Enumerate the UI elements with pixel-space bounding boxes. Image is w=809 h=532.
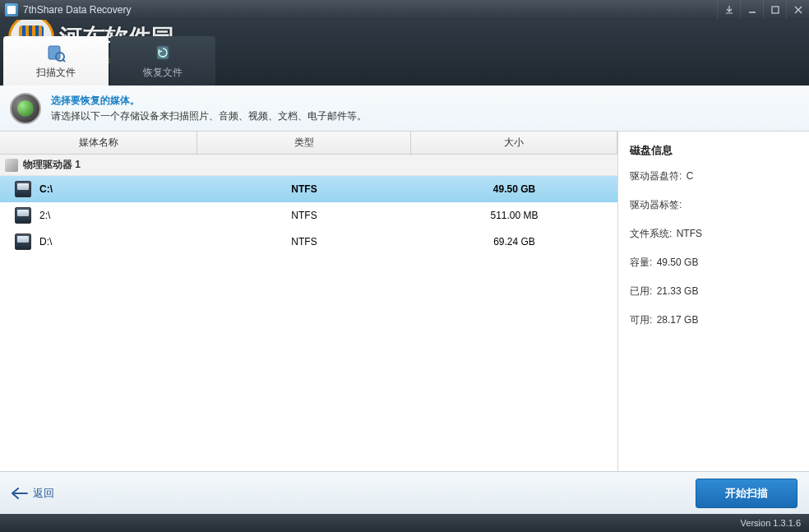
disk-info-heading: 磁盘信息 <box>630 143 797 158</box>
maximize-button[interactable] <box>763 0 786 20</box>
close-button[interactable] <box>786 0 809 20</box>
drive-size: 511.00 MB <box>411 210 617 221</box>
disk-label-row: 驱动器标签: <box>630 198 797 212</box>
info-desc: 请选择以下一个存储设备来扫描照片、音频、视频、文档、电子邮件等。 <box>51 109 367 123</box>
drive-group-row: 物理驱动器 1 <box>0 155 617 176</box>
info-strip: 选择要恢复的媒体。 请选择以下一个存储设备来扫描照片、音频、视频、文档、电子邮件… <box>0 86 809 132</box>
tab-scan[interactable]: 扫描文件 <box>3 36 109 86</box>
svg-rect-0 <box>772 7 779 13</box>
drive-group-label: 物理驱动器 1 <box>23 158 81 172</box>
download-button[interactable] <box>717 0 740 20</box>
disk-capacity-row: 容量: 49.50 GB <box>630 256 797 270</box>
drive-size: 49.50 GB <box>411 183 617 195</box>
drive-name: C:\ <box>39 183 53 195</box>
tab-scan-label: 扫描文件 <box>36 66 76 80</box>
drive-row[interactable]: D:\NTFS69.24 GB <box>0 229 617 255</box>
drive-row[interactable]: 2:\NTFS511.00 MB <box>0 202 617 229</box>
app-icon <box>5 3 18 16</box>
scan-files-icon <box>46 43 66 62</box>
start-scan-label: 开始扫描 <box>725 486 768 501</box>
drive-list-panel: 媒体名称 类型 大小 物理驱动器 1 C:\NTFS49.50 GB2:\NTF… <box>0 132 618 471</box>
titlebar: 7thShare Data Recovery <box>0 0 809 20</box>
col-header-type[interactable]: 类型 <box>197 132 411 154</box>
drive-icon <box>15 207 31 224</box>
drive-type: NTFS <box>197 236 411 247</box>
version-label: Version 1.3.1.6 <box>741 518 801 528</box>
statusbar: Version 1.3.1.6 <box>0 514 809 532</box>
back-arrow-icon <box>12 488 28 499</box>
list-header: 媒体名称 类型 大小 <box>0 132 617 155</box>
disk-info-panel: 磁盘信息 驱动器盘符: C 驱动器标签: 文件系统: NTFS 容量: 49.5… <box>618 132 809 471</box>
footer: 返回 开始扫描 <box>0 471 809 514</box>
disk-fs-row: 文件系统: NTFS <box>630 227 797 241</box>
disk-used-row: 已用: 21.33 GB <box>630 285 797 298</box>
main-area: 媒体名称 类型 大小 物理驱动器 1 C:\NTFS49.50 GB2:\NTF… <box>0 132 809 471</box>
drive-icon <box>15 181 31 197</box>
drive-name: D:\ <box>39 236 52 247</box>
minimize-button[interactable] <box>740 0 763 20</box>
drive-name: 2:\ <box>39 210 50 221</box>
drive-type: NTFS <box>197 210 411 221</box>
tabs: 扫描文件 恢复文件 <box>3 36 215 86</box>
back-button[interactable]: 返回 <box>12 486 54 501</box>
disk-letter-row: 驱动器盘符: C <box>630 169 797 183</box>
drive-row[interactable]: C:\NTFS49.50 GB <box>0 176 617 202</box>
media-select-icon <box>10 93 41 124</box>
col-header-name[interactable]: 媒体名称 <box>0 132 197 154</box>
window-controls <box>717 0 809 20</box>
info-title: 选择要恢复的媒体。 <box>51 94 367 108</box>
physical-drive-icon <box>5 159 18 172</box>
recover-files-icon <box>153 43 173 62</box>
drive-size: 69.24 GB <box>411 236 617 247</box>
back-label: 返回 <box>33 486 54 501</box>
drive-icon <box>15 234 31 250</box>
tab-recover-label: 恢复文件 <box>143 66 183 80</box>
tab-recover[interactable]: 恢复文件 <box>110 36 215 86</box>
banner: 河东软件园 www.pc0359.cn 扫描文件 恢复文件 <box>0 20 809 86</box>
window-title: 7thShare Data Recovery <box>23 4 717 16</box>
start-scan-button[interactable]: 开始扫描 <box>696 479 797 508</box>
col-header-size[interactable]: 大小 <box>411 132 617 154</box>
drive-type: NTFS <box>197 183 411 195</box>
disk-free-row: 可用: 28.17 GB <box>630 313 797 327</box>
